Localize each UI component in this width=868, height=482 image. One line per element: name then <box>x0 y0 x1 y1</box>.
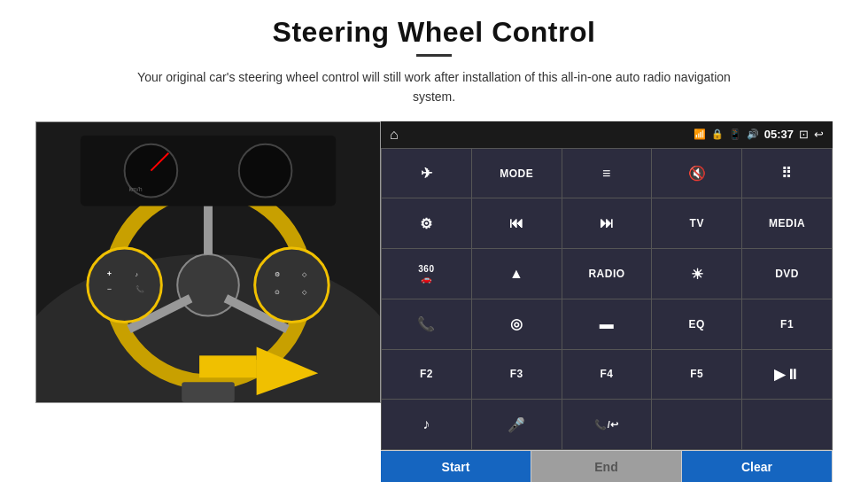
svg-rect-17 <box>81 136 336 206</box>
title-divider <box>416 54 452 57</box>
empty1-btn <box>652 400 741 449</box>
f4-btn[interactable]: F4 <box>562 350 652 400</box>
mode-btn[interactable]: MODE <box>472 149 562 198</box>
svg-text:+: + <box>107 269 112 278</box>
apps-btn[interactable]: ⠿ <box>742 149 832 198</box>
radio-btn[interactable]: RADIO <box>562 249 652 299</box>
bt-icon: 🔊 <box>747 128 759 140</box>
lock-icon: 🔒 <box>711 128 724 140</box>
svg-text:⚙: ⚙ <box>275 271 280 277</box>
sd-icon: 📱 <box>729 128 741 140</box>
wifi-icon: 📶 <box>694 128 706 140</box>
media-btn[interactable]: MEDIA <box>742 198 832 248</box>
radio-panel: ⌂ 📶 🔒 📱 🔊 05:37 ⊡ ↩ ✈ MODE ≡ 🔇 ⠿ <box>381 121 833 482</box>
start-button[interactable]: Start <box>381 451 531 482</box>
svg-text:♪: ♪ <box>136 271 138 277</box>
nav-btn[interactable]: ✈ <box>382 149 471 198</box>
bottom-buttons: Start End Clear <box>381 450 833 482</box>
page: Steering Wheel Control Your original car… <box>0 0 868 482</box>
home-icon[interactable]: ⌂ <box>390 127 399 143</box>
settings-btn[interactable]: ⚙ <box>382 198 471 248</box>
content-area: + ♪ − 📞 ⚙ ◇ ⊙ ◇ km/h <box>35 121 833 482</box>
f1-btn[interactable]: F1 <box>742 299 832 349</box>
svg-point-3 <box>177 254 239 316</box>
empty2-btn <box>742 400 832 449</box>
prev-btn[interactable]: ⏮ <box>472 198 562 248</box>
eq-btn[interactable]: EQ <box>652 299 741 349</box>
phone-btn[interactable]: 📞 <box>382 299 471 349</box>
svg-rect-23 <box>199 355 257 377</box>
eject-btn[interactable]: ▲ <box>472 249 562 299</box>
next-btn[interactable]: ⏭ <box>562 198 652 248</box>
dvd-btn[interactable]: DVD <box>742 249 832 299</box>
clear-button[interactable]: Clear <box>682 451 833 482</box>
status-time: 05:37 <box>764 128 794 141</box>
svg-point-12 <box>255 248 329 322</box>
svg-rect-24 <box>182 382 235 402</box>
call-end-btn[interactable]: 📞/↩ <box>562 400 652 449</box>
end-button[interactable]: End <box>531 451 682 482</box>
page-title: Steering Wheel Control <box>273 16 596 49</box>
svg-text:−: − <box>107 284 112 293</box>
360-btn[interactable]: 360🚗 <box>382 249 471 299</box>
nav2-btn[interactable]: ◎ <box>472 299 562 349</box>
mic-btn[interactable]: 🎤 <box>472 400 562 449</box>
brightness-btn[interactable]: ☀ <box>652 249 741 299</box>
screen-icon[interactable]: ⊡ <box>799 128 809 141</box>
f2-btn[interactable]: F2 <box>382 350 471 400</box>
list-btn[interactable]: ≡ <box>562 149 652 198</box>
music-btn[interactable]: ♪ <box>382 400 471 449</box>
tv-btn[interactable]: TV <box>652 198 741 248</box>
f3-btn[interactable]: F3 <box>472 350 562 400</box>
svg-point-19 <box>239 144 292 198</box>
svg-point-7 <box>88 248 161 322</box>
f5-btn[interactable]: F5 <box>652 350 741 400</box>
page-subtitle: Your original car's steering wheel contr… <box>124 67 744 107</box>
svg-text:⊙: ⊙ <box>275 289 280 295</box>
car-image: + ♪ − 📞 ⚙ ◇ ⊙ ◇ km/h <box>35 121 381 403</box>
back-icon[interactable]: ↩ <box>814 128 824 141</box>
playpause-btn[interactable]: ▶⏸ <box>742 350 832 400</box>
mute-btn[interactable]: 🔇 <box>652 149 741 198</box>
svg-text:📞: 📞 <box>136 284 144 293</box>
status-bar: ⌂ 📶 🔒 📱 🔊 05:37 ⊡ ↩ <box>381 121 833 148</box>
button-grid: ✈ MODE ≡ 🔇 ⠿ ⚙ ⏮ ⏭ TV MEDIA 360🚗 ▲ RADIO… <box>381 148 833 450</box>
rect-btn[interactable]: ▬ <box>562 299 652 349</box>
svg-text:km/h: km/h <box>129 185 143 191</box>
